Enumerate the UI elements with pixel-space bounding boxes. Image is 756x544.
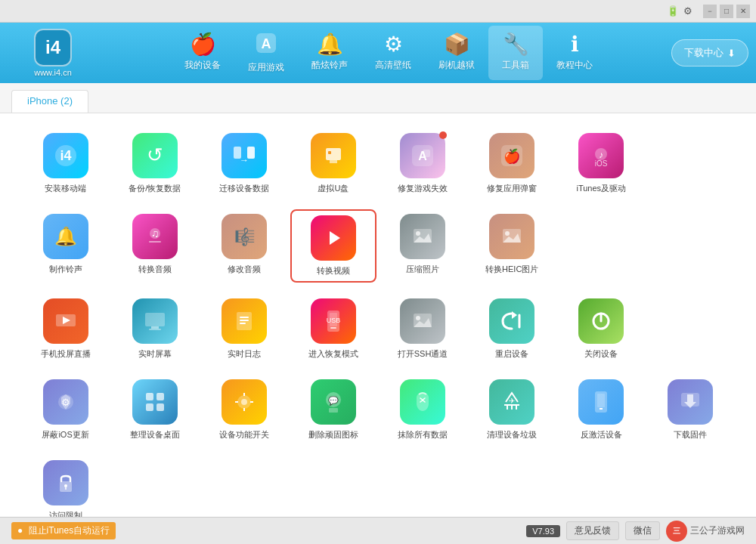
- nav-item-my-device[interactable]: 🍎 我的设备: [171, 26, 234, 80]
- fix-crash-icon: 🍎: [489, 133, 534, 178]
- nav-item-my-device-label: 我的设备: [184, 59, 221, 72]
- nav-item-app-games[interactable]: A 应用游戏: [234, 26, 298, 80]
- edit-audio-icon: 🎼: [222, 214, 267, 259]
- organize-desktop-icon: [132, 379, 178, 425]
- tool-fix-crash-label: 修复应用弹窗: [487, 183, 537, 193]
- tool-block-ios-update[interactable]: ⚙ 屏蔽iOS更新: [23, 375, 108, 444]
- close-button[interactable]: ✕: [736, 5, 750, 18]
- svg-point-58: [241, 399, 247, 405]
- svg-rect-64: [329, 408, 338, 413]
- svg-rect-38: [240, 320, 249, 321]
- nav-item-jailbreak[interactable]: 📦 刷机越狱: [425, 26, 488, 80]
- nav-bar: i4 www.i4.cn 🍎 我的设备 A 应用游戏 🔔 酷炫铃声 ⚙ 高清壁纸…: [0, 23, 756, 83]
- tool-fix-crash[interactable]: 🍎 修复应用弹窗: [469, 128, 555, 198]
- svg-rect-34: [151, 326, 159, 329]
- svg-text:USB: USB: [327, 317, 341, 324]
- tool-compress-photo-label: 压缩照片: [406, 264, 439, 274]
- tool-restart-device[interactable]: 重启设备: [469, 294, 555, 363]
- svg-rect-55: [146, 403, 153, 411]
- tool-clean-junk[interactable]: ✈ 清理设备垃圾: [469, 375, 555, 444]
- tool-shutdown-device-label: 关闭设备: [584, 348, 618, 359]
- tool-open-ssh[interactable]: 打开SSH通道: [380, 294, 466, 363]
- tool-screen-mirror[interactable]: 手机投屏直播: [23, 294, 108, 363]
- tool-convert-video[interactable]: 转换视频: [290, 209, 376, 282]
- tool-wipe-data[interactable]: 抹除所有数据: [380, 375, 466, 444]
- tool-backup-restore[interactable]: ↺ 备份/恢复数据: [112, 128, 197, 198]
- convert-heic-icon: [489, 214, 534, 259]
- remove-stubborn-icon: 💬: [311, 379, 356, 425]
- tool-convert-audio-label: 转换音频: [138, 264, 172, 274]
- svg-text:A: A: [262, 36, 271, 51]
- nav-item-app-games-label: 应用游戏: [248, 61, 284, 74]
- feedback-button[interactable]: 意见反馈: [566, 521, 619, 540]
- tool-compress-photo[interactable]: 压缩照片: [380, 209, 466, 282]
- tool-recovery-mode-label: 进入恢复模式: [308, 348, 358, 359]
- download-btn-label: 下载中心: [684, 46, 723, 60]
- svg-rect-8: [326, 148, 341, 160]
- tool-row-2: 🔔 制作铃声 ♫ 转换音频 🎼 修改音频: [23, 209, 733, 282]
- tool-download-firmware[interactable]: 下载固件: [648, 375, 733, 444]
- svg-point-29: [505, 231, 510, 236]
- nav-item-tutorials[interactable]: ℹ 教程中心: [543, 26, 606, 80]
- system-tray-icon: 🔋⚙: [667, 5, 692, 18]
- tool-row-1: i4 安装移动端 ↺ 备份/恢复数据 → 迁移设备数据: [23, 128, 733, 198]
- tool-virtual-udisk[interactable]: 虚拟U盘: [290, 128, 376, 198]
- nav-item-ringtones[interactable]: 🔔 酷炫铃声: [298, 26, 361, 80]
- tool-install-app[interactable]: i4 安装移动端: [23, 128, 108, 198]
- convert-video-icon: [311, 215, 356, 261]
- svg-rect-9: [330, 160, 337, 163]
- svg-rect-39: [240, 323, 246, 324]
- tool-real-log-label: 实时日志: [228, 348, 261, 359]
- convert-audio-icon: ♫: [132, 214, 178, 259]
- tool-row-4: ⚙ 屏蔽iOS更新 整理设备桌面: [23, 375, 733, 444]
- tool-edit-audio[interactable]: 🎼 修改音频: [201, 209, 287, 282]
- tool-access-limit-label: 访问限制: [49, 510, 82, 517]
- tool-organize-desktop[interactable]: 整理设备桌面: [112, 375, 197, 444]
- tool-make-ringtone[interactable]: 🔔 制作铃声: [23, 209, 108, 282]
- svg-rect-10: [328, 151, 331, 154]
- nav-item-wallpaper-label: 高清壁纸: [375, 59, 411, 72]
- tool-convert-audio[interactable]: ♫ 转换音频: [112, 209, 197, 282]
- tool-real-screen[interactable]: 实时屏幕: [112, 294, 197, 363]
- tool-shutdown-device[interactable]: 关闭设备: [559, 294, 644, 363]
- tool-recovery-mode[interactable]: USB 进入恢复模式: [290, 294, 376, 363]
- tool-itunes-driver[interactable]: ♪ iOS iTunes及驱动: [559, 128, 644, 198]
- nav-item-jailbreak-label: 刷机越狱: [438, 59, 475, 72]
- tool-open-ssh-label: 打开SSH通道: [398, 348, 448, 359]
- clean-junk-icon: ✈: [489, 379, 534, 425]
- open-ssh-icon: [400, 298, 445, 344]
- screen-mirror-icon: [43, 298, 88, 344]
- tool-deactivate-label: 反激活设备: [581, 429, 622, 440]
- wechat-button[interactable]: 微信: [625, 521, 660, 540]
- window-controls[interactable]: 🔋⚙ － □ ✕: [667, 5, 750, 18]
- nav-item-toolbox[interactable]: 🔧 工具箱: [488, 26, 543, 80]
- tool-convert-heic[interactable]: 转换HEIC图片: [469, 209, 555, 282]
- tool-deactivate[interactable]: 反激活设备: [559, 375, 644, 444]
- tool-migrate-data[interactable]: → 迁移设备数据: [201, 128, 287, 198]
- nav-item-ringtones-label: 酷炫铃声: [311, 59, 348, 72]
- download-firmware-icon: [668, 379, 713, 425]
- tool-remove-stubborn-label: 删除顽固图标: [308, 429, 358, 440]
- svg-point-26: [416, 231, 420, 236]
- tool-fix-game[interactable]: A 修复游戏失效: [380, 128, 466, 198]
- minimize-button[interactable]: －: [703, 5, 717, 18]
- sangongzi-brand: 三 三公子游戏网: [666, 521, 745, 542]
- svg-text:✈: ✈: [509, 397, 515, 405]
- tool-access-limit[interactable]: 访问限制: [23, 456, 108, 517]
- nav-item-wallpaper[interactable]: ⚙ 高清壁纸: [361, 26, 425, 80]
- virtual-udisk-icon: [311, 133, 356, 178]
- tab-iphone[interactable]: iPhone (2): [11, 90, 88, 113]
- tool-remove-stubborn[interactable]: 💬 删除顽固图标: [290, 375, 376, 444]
- tool-real-log[interactable]: 实时日志: [201, 294, 287, 363]
- maximize-button[interactable]: □: [720, 5, 733, 18]
- compress-photo-icon: [400, 214, 445, 259]
- download-center-button[interactable]: 下载中心 ⬇: [671, 39, 748, 66]
- recovery-mode-icon: USB: [311, 298, 356, 344]
- my-device-icon: 🍎: [190, 32, 216, 57]
- tool-device-functions[interactable]: 设备功能开关: [201, 375, 287, 444]
- svg-text:💬: 💬: [328, 395, 339, 406]
- tool-install-app-label: 安装移动端: [45, 183, 86, 193]
- svg-rect-68: [597, 394, 605, 407]
- version-badge: V7.93: [526, 525, 560, 537]
- stop-itunes-button[interactable]: ● 阻止iTunes自动运行: [11, 522, 116, 539]
